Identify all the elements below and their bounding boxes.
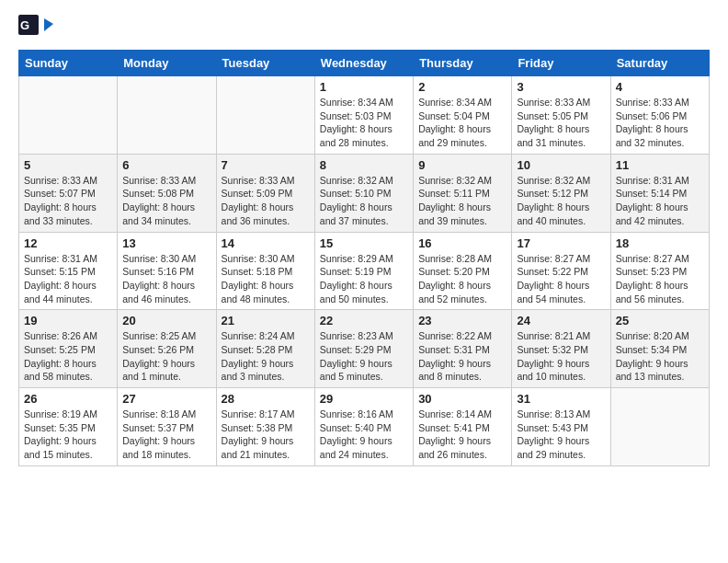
calendar-cell: 6Sunrise: 8:33 AMSunset: 5:08 PMDaylight… — [118, 154, 216, 232]
calendar-cell: 26Sunrise: 8:19 AMSunset: 5:35 PMDayligh… — [19, 388, 118, 466]
calendar-week-row: 5Sunrise: 8:33 AMSunset: 5:07 PMDaylight… — [19, 154, 710, 232]
day-info: Sunrise: 8:23 AMSunset: 5:29 PMDaylight:… — [320, 329, 408, 384]
calendar-cell: 14Sunrise: 8:30 AMSunset: 5:18 PMDayligh… — [216, 232, 314, 310]
day-info: Sunrise: 8:31 AMSunset: 5:15 PMDaylight:… — [24, 252, 112, 306]
day-number: 12 — [24, 236, 112, 250]
calendar-cell: 4Sunrise: 8:33 AMSunset: 5:06 PMDaylight… — [610, 76, 709, 155]
day-number: 8 — [320, 158, 408, 172]
calendar-cell: 7Sunrise: 8:33 AMSunset: 5:09 PMDaylight… — [216, 154, 314, 232]
header-friday: Friday — [512, 51, 610, 76]
calendar-cell: 27Sunrise: 8:18 AMSunset: 5:37 PMDayligh… — [118, 388, 216, 466]
header-wednesday: Wednesday — [314, 51, 413, 76]
calendar-cell: 24Sunrise: 8:21 AMSunset: 5:32 PMDayligh… — [512, 310, 610, 388]
day-info: Sunrise: 8:32 AMSunset: 5:12 PMDaylight:… — [517, 174, 605, 228]
day-number: 18 — [616, 236, 704, 250]
day-info: Sunrise: 8:14 AMSunset: 5:41 PMDaylight:… — [418, 408, 506, 462]
calendar-week-row: 26Sunrise: 8:19 AMSunset: 5:35 PMDayligh… — [19, 388, 710, 466]
calendar-cell: 11Sunrise: 8:31 AMSunset: 5:14 PMDayligh… — [610, 154, 709, 232]
day-number: 19 — [24, 314, 112, 327]
day-info: Sunrise: 8:32 AMSunset: 5:10 PMDaylight:… — [320, 174, 408, 228]
svg-text:G: G — [20, 18, 29, 32]
day-info: Sunrise: 8:30 AMSunset: 5:16 PMDaylight:… — [122, 252, 210, 306]
header: G — [18, 15, 710, 40]
day-info: Sunrise: 8:33 AMSunset: 5:08 PMDaylight:… — [122, 174, 210, 228]
day-info: Sunrise: 8:21 AMSunset: 5:32 PMDaylight:… — [517, 329, 605, 384]
day-info: Sunrise: 8:13 AMSunset: 5:43 PMDaylight:… — [517, 408, 605, 462]
day-number: 5 — [24, 158, 112, 172]
calendar-cell: 21Sunrise: 8:24 AMSunset: 5:28 PMDayligh… — [216, 310, 314, 388]
svg-marker-2 — [44, 18, 53, 31]
calendar-cell: 3Sunrise: 8:33 AMSunset: 5:05 PMDaylight… — [512, 76, 610, 155]
calendar-cell: 12Sunrise: 8:31 AMSunset: 5:15 PMDayligh… — [19, 232, 118, 310]
day-number: 27 — [122, 392, 210, 406]
calendar-week-row: 1Sunrise: 8:34 AMSunset: 5:03 PMDaylight… — [19, 76, 710, 155]
calendar-cell — [610, 388, 709, 466]
day-number: 3 — [517, 80, 605, 94]
day-number: 24 — [517, 314, 605, 327]
calendar-cell — [216, 76, 314, 155]
calendar-cell — [19, 76, 118, 155]
day-info: Sunrise: 8:33 AMSunset: 5:09 PMDaylight:… — [222, 174, 310, 228]
day-info: Sunrise: 8:29 AMSunset: 5:19 PMDaylight:… — [320, 252, 408, 306]
calendar-cell: 5Sunrise: 8:33 AMSunset: 5:07 PMDaylight… — [19, 154, 118, 232]
calendar-week-row: 19Sunrise: 8:26 AMSunset: 5:25 PMDayligh… — [19, 310, 710, 388]
logo-icon: G — [18, 15, 53, 40]
calendar-cell: 17Sunrise: 8:27 AMSunset: 5:22 PMDayligh… — [512, 232, 610, 310]
day-number: 31 — [517, 392, 605, 406]
day-number: 20 — [122, 314, 210, 327]
day-info: Sunrise: 8:33 AMSunset: 5:06 PMDaylight:… — [616, 96, 704, 150]
day-info: Sunrise: 8:31 AMSunset: 5:14 PMDaylight:… — [616, 174, 704, 228]
day-number: 1 — [320, 80, 408, 94]
day-info: Sunrise: 8:34 AMSunset: 5:04 PMDaylight:… — [418, 96, 506, 150]
day-number: 30 — [418, 392, 506, 406]
day-info: Sunrise: 8:24 AMSunset: 5:28 PMDaylight:… — [222, 329, 310, 384]
day-number: 11 — [616, 158, 704, 172]
calendar-cell: 31Sunrise: 8:13 AMSunset: 5:43 PMDayligh… — [512, 388, 610, 466]
day-info: Sunrise: 8:22 AMSunset: 5:31 PMDaylight:… — [418, 329, 506, 384]
day-number: 29 — [320, 392, 408, 406]
day-info: Sunrise: 8:30 AMSunset: 5:18 PMDaylight:… — [222, 252, 310, 306]
day-info: Sunrise: 8:20 AMSunset: 5:34 PMDaylight:… — [616, 329, 704, 384]
calendar-cell: 30Sunrise: 8:14 AMSunset: 5:41 PMDayligh… — [414, 388, 512, 466]
header-monday: Monday — [118, 51, 216, 76]
day-number: 26 — [24, 392, 112, 406]
day-info: Sunrise: 8:27 AMSunset: 5:23 PMDaylight:… — [616, 252, 704, 306]
weekday-header-row: Sunday Monday Tuesday Wednesday Thursday… — [19, 51, 710, 76]
calendar-cell: 16Sunrise: 8:28 AMSunset: 5:20 PMDayligh… — [414, 232, 512, 310]
header-saturday: Saturday — [610, 51, 709, 76]
day-info: Sunrise: 8:18 AMSunset: 5:37 PMDaylight:… — [122, 408, 210, 462]
calendar-cell: 18Sunrise: 8:27 AMSunset: 5:23 PMDayligh… — [610, 232, 709, 310]
day-number: 6 — [122, 158, 210, 172]
logo: G — [18, 15, 57, 40]
day-number: 17 — [517, 236, 605, 250]
day-number: 10 — [517, 158, 605, 172]
day-number: 22 — [320, 314, 408, 327]
header-sunday: Sunday — [19, 51, 118, 76]
day-number: 25 — [616, 314, 704, 327]
day-number: 16 — [418, 236, 506, 250]
calendar-cell: 10Sunrise: 8:32 AMSunset: 5:12 PMDayligh… — [512, 154, 610, 232]
calendar-cell: 15Sunrise: 8:29 AMSunset: 5:19 PMDayligh… — [314, 232, 413, 310]
calendar-cell: 28Sunrise: 8:17 AMSunset: 5:38 PMDayligh… — [216, 388, 314, 466]
day-number: 14 — [222, 236, 310, 250]
page: G Sunday Monday Tuesday Wednesday Thursd… — [0, 0, 728, 481]
day-number: 7 — [222, 158, 310, 172]
calendar-cell: 29Sunrise: 8:16 AMSunset: 5:40 PMDayligh… — [314, 388, 413, 466]
day-info: Sunrise: 8:34 AMSunset: 5:03 PMDaylight:… — [320, 96, 408, 150]
day-number: 28 — [222, 392, 310, 406]
day-info: Sunrise: 8:27 AMSunset: 5:22 PMDaylight:… — [517, 252, 605, 306]
day-info: Sunrise: 8:19 AMSunset: 5:35 PMDaylight:… — [24, 408, 112, 462]
day-info: Sunrise: 8:33 AMSunset: 5:05 PMDaylight:… — [517, 96, 605, 150]
calendar-cell: 2Sunrise: 8:34 AMSunset: 5:04 PMDaylight… — [414, 76, 512, 155]
calendar-cell: 13Sunrise: 8:30 AMSunset: 5:16 PMDayligh… — [118, 232, 216, 310]
day-info: Sunrise: 8:17 AMSunset: 5:38 PMDaylight:… — [222, 408, 310, 462]
calendar-cell: 20Sunrise: 8:25 AMSunset: 5:26 PMDayligh… — [118, 310, 216, 388]
calendar-week-row: 12Sunrise: 8:31 AMSunset: 5:15 PMDayligh… — [19, 232, 710, 310]
day-number: 2 — [418, 80, 506, 94]
calendar-cell: 8Sunrise: 8:32 AMSunset: 5:10 PMDaylight… — [314, 154, 413, 232]
calendar-cell: 9Sunrise: 8:32 AMSunset: 5:11 PMDaylight… — [414, 154, 512, 232]
day-number: 9 — [418, 158, 506, 172]
calendar-cell: 1Sunrise: 8:34 AMSunset: 5:03 PMDaylight… — [314, 76, 413, 155]
day-number: 4 — [616, 80, 704, 94]
calendar-cell: 23Sunrise: 8:22 AMSunset: 5:31 PMDayligh… — [414, 310, 512, 388]
